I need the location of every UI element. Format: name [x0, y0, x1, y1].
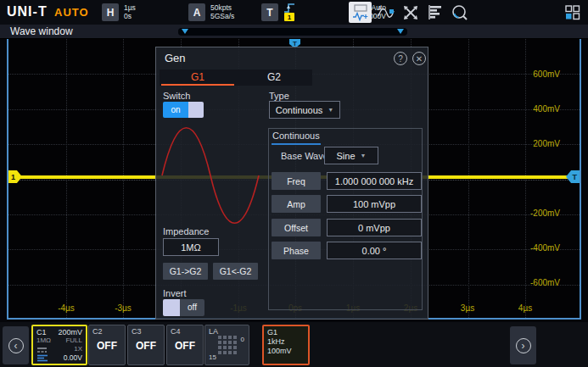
chevron-left-icon: ‹ — [8, 338, 24, 353]
measure-icon[interactable]: A — [374, 2, 397, 23]
gen-icon[interactable] — [349, 2, 372, 23]
la-name: LA — [209, 327, 218, 336]
c2-name: C2 — [92, 327, 103, 336]
chevron-down-icon: ▼ — [361, 153, 367, 158]
top-bar: UNI-T AUTO H 1µs 0s A 50kpts 5GSa/s T 1 … — [0, 0, 588, 25]
acquire-menu-button[interactable]: A — [188, 3, 205, 21]
channel1-status-box[interactable]: C1 200mV 1MΩ FULL 1X — [31, 325, 87, 365]
switch-toggle[interactable]: on — [163, 102, 204, 118]
oscilloscope-screen: UNI-T AUTO H 1µs 0s A 50kpts 5GSa/s T 1 … — [0, 0, 588, 367]
window-layout-icon[interactable] — [561, 2, 584, 23]
base-wave-dropdown[interactable]: Sine ▼ — [324, 147, 378, 164]
time-label: -3µs — [104, 303, 142, 313]
memory-depth-value: 50kpts — [210, 3, 234, 12]
c1-probe: 1X — [74, 345, 82, 353]
c1-impedance: 1MΩ — [36, 336, 51, 345]
expand-right-button[interactable]: › — [510, 326, 536, 364]
invert-toggle-state: off — [180, 299, 204, 316]
voltage-label: 400mV — [533, 104, 560, 114]
c1-bandwidth: FULL — [65, 336, 82, 345]
help-icon[interactable]: ? — [394, 52, 407, 65]
sample-rate-value: 5GSa/s — [210, 12, 234, 20]
c1-scale: 200mV — [58, 328, 82, 336]
channel4-status-box[interactable]: C4 OFF — [166, 325, 204, 365]
voltage-label: -200mV — [530, 209, 560, 218]
offset-value-field[interactable]: 0 mVpp — [327, 219, 422, 236]
copy-g1-to-g2-button[interactable]: G1->G2 — [163, 263, 208, 280]
amp-label-button[interactable]: Amp — [272, 195, 321, 213]
horizontal-position-bar[interactable] — [178, 28, 407, 36]
phase-label-button[interactable]: Phase — [272, 242, 321, 259]
c3-name: C3 — [132, 327, 142, 336]
invert-toggle[interactable]: off — [163, 299, 204, 316]
trigger-source-badge: 1 — [284, 13, 294, 21]
channel-status-bar: ‹ C1 200mV 1MΩ FULL — [0, 322, 588, 367]
collapse-left-button[interactable]: ‹ — [3, 326, 29, 364]
histogram-icon[interactable] — [423, 2, 446, 23]
wave-window-title: Wave window — [10, 25, 73, 37]
channel2-status-box[interactable]: C2 OFF — [88, 325, 126, 365]
logic-analyzer-status-box[interactable]: LA 0 15 — [204, 325, 249, 365]
offset-label-button[interactable]: Offset — [272, 219, 321, 236]
pan-right-marker-icon[interactable] — [397, 29, 404, 34]
c1-offset: 0.00V — [64, 353, 82, 362]
waveform-preview — [160, 125, 264, 229]
channel1-marker[interactable]: 1 — [8, 170, 22, 183]
xy-icon[interactable] — [399, 2, 422, 23]
voltage-label: 200mV — [533, 139, 560, 148]
g1-freq: 1kHz — [267, 337, 305, 347]
amp-value-field[interactable]: 100 mVpp — [327, 195, 422, 213]
voltage-label: 600mV — [533, 70, 560, 79]
la-bits-grid-icon — [218, 336, 237, 354]
dc-coupling-icon — [36, 345, 48, 353]
horizontal-menu-button[interactable]: H — [102, 3, 119, 21]
trigger-level-marker[interactable]: T — [566, 170, 580, 183]
c4-status: OFF — [167, 340, 203, 352]
trigger-menu-button[interactable]: T — [261, 3, 278, 21]
section-title: Continuous — [272, 131, 320, 141]
switch-label: Switch — [163, 91, 190, 101]
acquire-readout: 50kpts 5GSa/s — [210, 3, 234, 20]
tab-g2[interactable]: G2 — [236, 70, 312, 86]
la-bit-low: 15 — [209, 353, 216, 361]
invert-toggle-track — [163, 299, 180, 316]
brand-logo: UNI-T — [7, 4, 48, 19]
switch-toggle-state: on — [163, 102, 188, 118]
generator-tabs: G1 G2 — [160, 70, 312, 86]
chevron-down-icon: ▼ — [328, 107, 333, 113]
close-icon[interactable]: ✕ — [412, 52, 426, 65]
g1-amp: 100mV — [267, 347, 305, 356]
pan-left-marker-icon[interactable] — [182, 29, 188, 34]
impedance-button[interactable]: 1MΩ — [163, 238, 219, 256]
search-icon[interactable] — [448, 2, 471, 23]
freq-label-button[interactable]: Freq — [272, 172, 321, 190]
horizontal-readout: 1µs 0s — [124, 3, 136, 20]
phase-value-field[interactable]: 0.00 ° — [327, 242, 422, 259]
time-label: 4µs — [507, 303, 544, 313]
invert-label: Invert — [163, 288, 187, 298]
acquire-mode-button[interactable]: AUTO — [54, 6, 89, 19]
switch-toggle-track — [188, 102, 204, 118]
generator1-status-box[interactable]: G1 1kHz 100mV — [262, 325, 310, 365]
voltage-label: -400mV — [530, 243, 560, 253]
bandwidth-limit-icon — [36, 353, 48, 362]
freq-value-field[interactable]: 1.000 000 000 kHz — [327, 172, 422, 190]
chevron-right-icon: › — [516, 338, 531, 353]
copy-g2-to-g1-button[interactable]: G1<-G2 — [213, 263, 258, 280]
time-label: 3µs — [449, 303, 486, 313]
time-label: -4µs — [48, 303, 85, 313]
dialog-title: Gen — [165, 52, 186, 64]
impedance-label: Impedance — [163, 226, 209, 236]
c3-status: OFF — [128, 340, 164, 352]
gen-dialog: Gen ? ✕ G1 G2 Switch on Impedance 1MΩ G1… — [155, 47, 428, 320]
timebase-value: 1µs — [124, 3, 136, 12]
wave-window-title-bar: Wave window — [0, 25, 588, 39]
type-dropdown[interactable]: Continuous ▼ — [269, 101, 340, 119]
section-underline — [272, 143, 321, 145]
type-dropdown-value: Continuous — [276, 105, 323, 115]
tab-g1[interactable]: G1 — [160, 70, 236, 86]
base-wave-label: Base Wave — [281, 151, 328, 161]
c2-status: OFF — [89, 340, 125, 352]
horizontal-offset-value: 0s — [124, 12, 136, 20]
channel3-status-box[interactable]: C3 OFF — [127, 325, 165, 365]
